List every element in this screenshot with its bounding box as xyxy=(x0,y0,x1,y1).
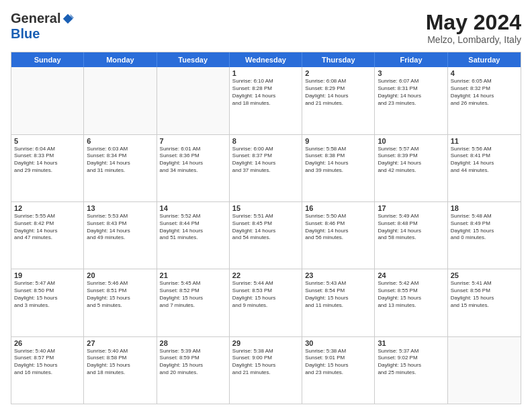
cal-cell-day-4: 4Sunrise: 6:05 AM Sunset: 8:32 PM Daylig… xyxy=(448,67,521,134)
cal-cell-day-21: 21Sunrise: 5:45 AM Sunset: 8:52 PM Dayli… xyxy=(157,269,230,336)
day-number: 10 xyxy=(378,137,444,145)
day-number: 3 xyxy=(378,69,444,77)
day-number: 22 xyxy=(232,271,299,279)
day-number: 19 xyxy=(14,271,81,279)
day-number: 7 xyxy=(160,137,226,145)
location-title: Melzo, Lombardy, Italy xyxy=(426,34,521,45)
day-number: 21 xyxy=(160,271,226,279)
cal-week-5: 26Sunrise: 5:40 AM Sunset: 8:57 PM Dayli… xyxy=(11,336,521,404)
day-number: 20 xyxy=(87,271,153,279)
cell-info: Sunrise: 5:57 AM Sunset: 8:39 PM Dayligh… xyxy=(378,146,444,175)
cal-cell-empty xyxy=(11,67,84,134)
cal-cell-day-9: 9Sunrise: 5:58 AM Sunset: 8:38 PM Daylig… xyxy=(302,135,375,201)
cell-info: Sunrise: 5:37 AM Sunset: 9:02 PM Dayligh… xyxy=(378,348,444,377)
calendar: Sunday Monday Tuesday Wednesday Thursday… xyxy=(11,52,521,404)
cell-info: Sunrise: 5:45 AM Sunset: 8:52 PM Dayligh… xyxy=(160,280,226,309)
calendar-body: 1Sunrise: 6:10 AM Sunset: 8:28 PM Daylig… xyxy=(11,67,521,404)
logo: General Blue xyxy=(11,11,74,42)
day-number: 24 xyxy=(378,271,444,279)
cal-cell-day-26: 26Sunrise: 5:40 AM Sunset: 8:57 PM Dayli… xyxy=(11,337,84,404)
title-section: May 2024 Melzo, Lombardy, Italy xyxy=(426,11,521,45)
cal-cell-empty xyxy=(157,67,230,134)
cal-cell-day-1: 1Sunrise: 6:10 AM Sunset: 8:28 PM Daylig… xyxy=(230,67,302,134)
cal-cell-day-15: 15Sunrise: 5:51 AM Sunset: 8:45 PM Dayli… xyxy=(230,202,302,269)
cal-cell-day-8: 8Sunrise: 6:00 AM Sunset: 8:37 PM Daylig… xyxy=(230,135,302,201)
day-number: 1 xyxy=(232,69,299,77)
cell-info: Sunrise: 5:50 AM Sunset: 8:46 PM Dayligh… xyxy=(305,213,371,242)
cell-info: Sunrise: 5:56 AM Sunset: 8:41 PM Dayligh… xyxy=(451,146,518,175)
cell-info: Sunrise: 5:55 AM Sunset: 8:42 PM Dayligh… xyxy=(14,213,81,242)
day-number: 26 xyxy=(14,339,81,347)
cal-cell-day-28: 28Sunrise: 5:39 AM Sunset: 8:59 PM Dayli… xyxy=(157,337,230,404)
cal-cell-day-14: 14Sunrise: 5:52 AM Sunset: 8:44 PM Dayli… xyxy=(157,202,230,269)
day-number: 28 xyxy=(160,339,226,347)
cal-week-1: 1Sunrise: 6:10 AM Sunset: 8:28 PM Daylig… xyxy=(11,67,521,134)
cal-cell-day-25: 25Sunrise: 5:41 AM Sunset: 8:56 PM Dayli… xyxy=(448,269,521,336)
cell-info: Sunrise: 5:58 AM Sunset: 8:38 PM Dayligh… xyxy=(305,146,371,175)
page: General Blue May 2024 Melzo, Lombardy, I… xyxy=(0,0,532,411)
day-number: 16 xyxy=(305,204,371,212)
day-number: 29 xyxy=(232,339,299,347)
day-number: 23 xyxy=(305,271,371,279)
logo-general: General xyxy=(11,11,60,26)
cell-info: Sunrise: 6:01 AM Sunset: 8:36 PM Dayligh… xyxy=(160,146,226,175)
header: General Blue May 2024 Melzo, Lombardy, I… xyxy=(11,11,521,45)
cell-info: Sunrise: 6:05 AM Sunset: 8:32 PM Dayligh… xyxy=(451,78,518,107)
day-number: 17 xyxy=(378,204,444,212)
cell-info: Sunrise: 6:10 AM Sunset: 8:28 PM Dayligh… xyxy=(232,78,299,107)
cal-cell-day-27: 27Sunrise: 5:40 AM Sunset: 8:58 PM Dayli… xyxy=(84,337,157,404)
cal-cell-empty xyxy=(84,67,157,134)
cell-info: Sunrise: 5:48 AM Sunset: 8:49 PM Dayligh… xyxy=(451,213,518,242)
cell-info: Sunrise: 6:03 AM Sunset: 8:34 PM Dayligh… xyxy=(87,146,153,175)
day-number: 27 xyxy=(87,339,153,347)
cell-info: Sunrise: 6:04 AM Sunset: 8:33 PM Dayligh… xyxy=(14,146,81,175)
cal-cell-day-18: 18Sunrise: 5:48 AM Sunset: 8:49 PM Dayli… xyxy=(448,202,521,269)
cal-week-2: 5Sunrise: 6:04 AM Sunset: 8:33 PM Daylig… xyxy=(11,134,521,201)
header-sunday: Sunday xyxy=(11,52,84,67)
cal-cell-day-24: 24Sunrise: 5:42 AM Sunset: 8:55 PM Dayli… xyxy=(375,269,447,336)
cell-info: Sunrise: 5:51 AM Sunset: 8:45 PM Dayligh… xyxy=(232,213,299,242)
cell-info: Sunrise: 5:43 AM Sunset: 8:54 PM Dayligh… xyxy=(305,280,371,309)
cal-cell-day-2: 2Sunrise: 6:08 AM Sunset: 8:29 PM Daylig… xyxy=(302,67,375,134)
day-number: 25 xyxy=(451,271,518,279)
cal-cell-day-20: 20Sunrise: 5:46 AM Sunset: 8:51 PM Dayli… xyxy=(84,269,157,336)
cal-cell-day-11: 11Sunrise: 5:56 AM Sunset: 8:41 PM Dayli… xyxy=(448,135,521,201)
day-number: 2 xyxy=(305,69,371,77)
cal-cell-day-23: 23Sunrise: 5:43 AM Sunset: 8:54 PM Dayli… xyxy=(302,269,375,336)
cal-week-4: 19Sunrise: 5:47 AM Sunset: 8:50 PM Dayli… xyxy=(11,269,521,336)
cal-cell-day-19: 19Sunrise: 5:47 AM Sunset: 8:50 PM Dayli… xyxy=(11,269,84,336)
cal-cell-day-22: 22Sunrise: 5:44 AM Sunset: 8:53 PM Dayli… xyxy=(230,269,302,336)
day-number: 5 xyxy=(14,137,81,145)
cal-cell-day-13: 13Sunrise: 5:53 AM Sunset: 8:43 PM Dayli… xyxy=(84,202,157,269)
day-number: 11 xyxy=(451,137,518,145)
cell-info: Sunrise: 5:47 AM Sunset: 8:50 PM Dayligh… xyxy=(14,280,81,309)
day-number: 8 xyxy=(232,137,299,145)
day-number: 30 xyxy=(305,339,371,347)
header-thursday: Thursday xyxy=(302,52,375,67)
cell-info: Sunrise: 5:44 AM Sunset: 8:53 PM Dayligh… xyxy=(232,280,299,309)
cell-info: Sunrise: 6:07 AM Sunset: 8:31 PM Dayligh… xyxy=(378,78,444,107)
cal-cell-day-12: 12Sunrise: 5:55 AM Sunset: 8:42 PM Dayli… xyxy=(11,202,84,269)
cell-info: Sunrise: 5:49 AM Sunset: 8:48 PM Dayligh… xyxy=(378,213,444,242)
header-friday: Friday xyxy=(375,52,447,67)
cal-cell-day-17: 17Sunrise: 5:49 AM Sunset: 8:48 PM Dayli… xyxy=(375,202,447,269)
day-number: 9 xyxy=(305,137,371,145)
cal-cell-day-31: 31Sunrise: 5:37 AM Sunset: 9:02 PM Dayli… xyxy=(375,337,447,404)
cell-info: Sunrise: 5:40 AM Sunset: 8:58 PM Dayligh… xyxy=(87,348,153,377)
day-number: 13 xyxy=(87,204,153,212)
cal-week-3: 12Sunrise: 5:55 AM Sunset: 8:42 PM Dayli… xyxy=(11,201,521,269)
header-wednesday: Wednesday xyxy=(230,52,302,67)
calendar-header: Sunday Monday Tuesday Wednesday Thursday… xyxy=(11,52,521,67)
cell-info: Sunrise: 5:41 AM Sunset: 8:56 PM Dayligh… xyxy=(451,280,518,309)
cal-cell-day-10: 10Sunrise: 5:57 AM Sunset: 8:39 PM Dayli… xyxy=(375,135,447,201)
cell-info: Sunrise: 5:38 AM Sunset: 9:00 PM Dayligh… xyxy=(232,348,299,377)
header-monday: Monday xyxy=(84,52,157,67)
logo-blue: Blue xyxy=(11,26,40,42)
svg-marker-1 xyxy=(71,13,74,21)
cell-info: Sunrise: 5:38 AM Sunset: 9:01 PM Dayligh… xyxy=(305,348,371,377)
cell-info: Sunrise: 5:53 AM Sunset: 8:43 PM Dayligh… xyxy=(87,213,153,242)
day-number: 6 xyxy=(87,137,153,145)
cal-cell-day-3: 3Sunrise: 6:07 AM Sunset: 8:31 PM Daylig… xyxy=(375,67,447,134)
cell-info: Sunrise: 6:08 AM Sunset: 8:29 PM Dayligh… xyxy=(305,78,371,107)
cal-cell-day-7: 7Sunrise: 6:01 AM Sunset: 8:36 PM Daylig… xyxy=(157,135,230,201)
